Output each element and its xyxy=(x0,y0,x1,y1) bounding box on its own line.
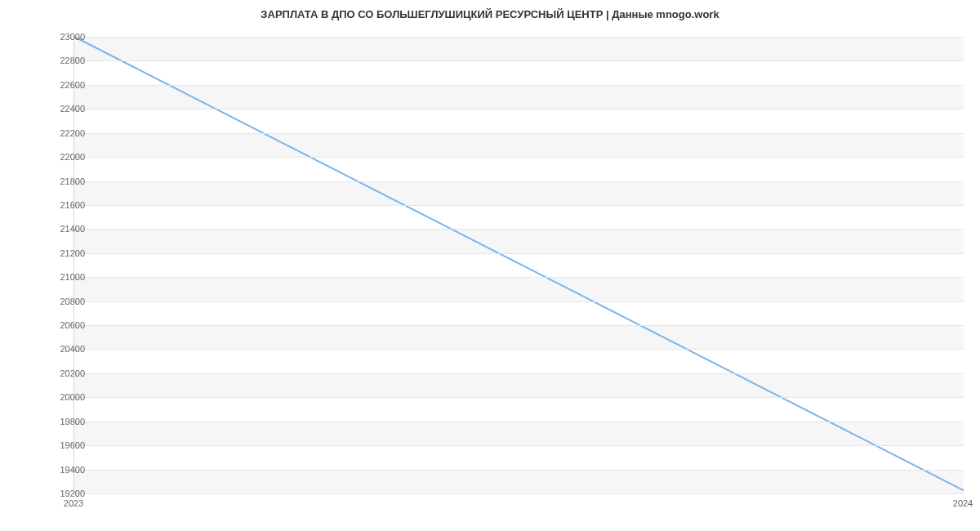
y-tick-label: 19600 xyxy=(20,440,85,450)
y-tick-label: 20400 xyxy=(20,344,85,354)
y-tick-label: 22600 xyxy=(20,80,85,90)
gridline xyxy=(74,301,964,302)
gridline xyxy=(74,325,964,326)
gridline xyxy=(74,373,964,374)
y-tick-label: 19200 xyxy=(20,489,85,498)
gridline xyxy=(74,349,964,350)
x-tick-label: 2023 xyxy=(64,498,83,508)
gridline xyxy=(74,85,964,86)
gridline xyxy=(74,493,964,494)
y-tick-label: 20200 xyxy=(20,368,85,378)
y-tick-label: 23000 xyxy=(20,32,85,42)
y-tick-label: 21200 xyxy=(20,248,85,258)
y-tick-label: 20800 xyxy=(20,297,85,306)
y-tick-label: 21000 xyxy=(20,272,85,282)
gridline xyxy=(74,133,964,134)
gridline xyxy=(74,397,964,398)
plot-area xyxy=(74,37,964,494)
y-tick-label: 20000 xyxy=(20,392,85,402)
gridline xyxy=(74,181,964,182)
y-tick-label: 22200 xyxy=(20,128,85,138)
chart-container: ЗАРПЛАТА В ДПО СО БОЛЬШЕГЛУШИЦКИЙ РЕСУРС… xyxy=(0,0,980,531)
gridline xyxy=(74,60,964,61)
line-series xyxy=(74,37,964,493)
gridline xyxy=(74,205,964,206)
gridline xyxy=(74,253,964,254)
gridline xyxy=(74,470,964,471)
gridline xyxy=(74,277,964,278)
y-tick-label: 19400 xyxy=(20,465,85,475)
y-tick-label: 22400 xyxy=(20,104,85,114)
gridline xyxy=(74,109,964,109)
gridline xyxy=(74,445,964,446)
y-tick-label: 19800 xyxy=(20,417,85,426)
gridline xyxy=(74,229,964,230)
data-line xyxy=(74,37,964,490)
chart-title: ЗАРПЛАТА В ДПО СО БОЛЬШЕГЛУШИЦКИЙ РЕСУРС… xyxy=(0,8,980,20)
x-tick-label: 2024 xyxy=(953,498,973,508)
y-tick-label: 21400 xyxy=(20,224,85,234)
y-tick-label: 22000 xyxy=(20,152,85,162)
y-tick-label: 21600 xyxy=(20,200,85,210)
y-tick-label: 21800 xyxy=(20,176,85,186)
gridline xyxy=(74,422,964,422)
gridline xyxy=(74,37,964,38)
gridline xyxy=(74,157,964,158)
y-tick-label: 22800 xyxy=(20,56,85,65)
y-tick-label: 20600 xyxy=(20,320,85,330)
